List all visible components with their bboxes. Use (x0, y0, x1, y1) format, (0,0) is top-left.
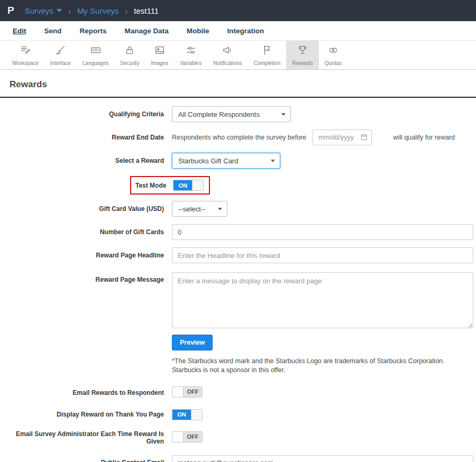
email-rewards-toggle[interactable]: OFF (172, 386, 203, 398)
select-value: Starbucks Gift Card (178, 157, 238, 165)
toolbar-item-rewards[interactable]: Rewards (286, 41, 318, 69)
toolbar-item-interface[interactable]: Interface (44, 41, 77, 69)
page: P Surveys › My Surveys › test111 Edit Se… (0, 0, 476, 462)
toolbar-item-label: Quotas (325, 60, 342, 66)
chevron-down-icon (57, 9, 62, 12)
starbucks-disclaimer: *The Starbucks word mark and the Starbuc… (172, 357, 474, 375)
toolbar-item-label: Interface (50, 60, 71, 66)
toolbar-item-label: Workspace (12, 60, 39, 66)
breadcrumb-my-surveys[interactable]: My Surveys (77, 6, 118, 15)
tab-reports[interactable]: Reports (80, 27, 107, 35)
toolbar-item-quotas[interactable]: Quotas (319, 41, 347, 69)
gift-card-value-select[interactable]: --select-- (172, 201, 227, 217)
preview-button[interactable]: Preview (172, 335, 213, 350)
qualifying-criteria-label: Qualifying Criteria (0, 110, 164, 118)
chevron-down-icon (271, 160, 275, 162)
workspace-icon (19, 44, 32, 58)
rings-icon (327, 44, 340, 58)
gift-card-value-label: Gift Card Value (USD) (0, 205, 164, 212)
toolbar-item-label: Images (151, 60, 168, 66)
toggle-knob (192, 180, 203, 190)
reward-page-message-label: Reward Page Message (0, 272, 164, 283)
sliders-icon (185, 44, 197, 58)
toggle-knob (172, 387, 184, 397)
toolbar-item-label: Security (120, 60, 139, 66)
topbar: P Surveys › My Surveys › test111 (0, 0, 476, 21)
tab-manage-data[interactable]: Manage Data (125, 27, 169, 35)
qualifying-criteria-select[interactable]: All Complete Respondents (172, 106, 291, 122)
surveys-label: Surveys (25, 6, 53, 15)
select-reward-label: Select a Reward (0, 157, 164, 164)
public-contact-email-input[interactable] (172, 455, 473, 462)
image-icon (153, 44, 166, 58)
display-reward-label: Display Reward on Thank You Page (0, 411, 164, 418)
toolbar-item-languages[interactable]: Languages (77, 41, 115, 69)
toolbar-item-workspace[interactable]: Workspace (6, 41, 44, 69)
test-mode-toggle[interactable]: ON (173, 180, 204, 191)
trophy-icon (296, 44, 309, 58)
select-reward-select[interactable]: Starbucks Gift Card (172, 153, 280, 169)
reward-end-date-label: Reward End Date (0, 134, 164, 141)
toolbar-item-label: Rewards (292, 60, 313, 66)
toolbar-item-label: Notifications (213, 60, 242, 66)
toggle-knob (191, 410, 202, 420)
calendar-icon[interactable] (360, 133, 368, 143)
toolbar-item-variables[interactable]: Variables (174, 41, 207, 69)
tab-integration[interactable]: Integration (227, 27, 264, 35)
display-reward-toggle[interactable]: ON (172, 409, 203, 420)
email-admin-toggle[interactable]: OFF (172, 431, 203, 442)
megaphone-icon (221, 44, 234, 58)
email-rewards-label: Email Rewards to Respondent (0, 389, 164, 396)
toolbar-item-notifications[interactable]: Notifications (207, 41, 248, 69)
reward-page-headline-input[interactable] (172, 247, 473, 263)
toolbar-item-label: Variables (180, 60, 202, 66)
reward-end-date-suffix: will qualify for reward (393, 134, 455, 141)
flag-icon (261, 44, 273, 58)
tab-send[interactable]: Send (44, 27, 62, 35)
number-of-gift-cards-input[interactable] (172, 224, 473, 240)
rewards-form: Qualifying Criteria All Complete Respond… (0, 98, 476, 462)
select-value: All Complete Respondents (178, 110, 260, 118)
number-of-gift-cards-label: Number of Gift Cards (0, 228, 164, 236)
toolbar-item-label: Completion (254, 60, 281, 66)
chevron-down-icon (281, 113, 286, 116)
email-admin-label: Email Survey Administrator Each Time Rew… (0, 430, 164, 445)
questionpro-logo[interactable]: P (7, 5, 14, 16)
toggle-state-label: OFF (184, 432, 202, 442)
tab-mobile[interactable]: Mobile (187, 27, 209, 35)
main-tabs: Edit Send Reports Manage Data Mobile Int… (0, 21, 476, 41)
select-value: --select-- (178, 205, 205, 213)
reward-page-message-textarea[interactable] (172, 272, 473, 328)
reward-page-headline-label: Reward Page Headline (0, 252, 164, 259)
chevron-down-icon (218, 208, 222, 210)
test-mode-label: Test Mode (135, 182, 166, 189)
lock-icon (123, 44, 136, 58)
interface-icon (54, 44, 67, 58)
breadcrumb-surveys[interactable]: Surveys (25, 6, 62, 15)
page-title: Rewards (10, 79, 476, 90)
toggle-state-label: ON (172, 410, 191, 420)
toolbar-item-label: Languages (83, 60, 109, 66)
reward-end-date-prefix: Respondents who complete the survey befo… (172, 134, 306, 141)
toolbar-item-security[interactable]: Security (114, 41, 145, 69)
toggle-knob (172, 432, 184, 442)
toolbar-item-images[interactable]: Images (145, 41, 174, 69)
toolbar-item-completion[interactable]: Completion (248, 41, 287, 69)
breadcrumb-separator: › (125, 6, 127, 15)
languages-icon (89, 44, 102, 58)
edit-toolbar: Workspace Interface Languages Security I… (0, 41, 476, 70)
breadcrumb-current: test111 (134, 6, 159, 15)
breadcrumb: Surveys › My Surveys › test111 (25, 6, 159, 15)
test-mode-annotation-box: Test Mode ON (130, 176, 210, 195)
toggle-state-label: OFF (184, 387, 202, 397)
toggle-state-label: ON (173, 180, 192, 190)
public-contact-email-label: Public Contact Email (0, 455, 164, 462)
breadcrumb-separator: › (68, 6, 71, 15)
tab-edit[interactable]: Edit (13, 27, 26, 35)
